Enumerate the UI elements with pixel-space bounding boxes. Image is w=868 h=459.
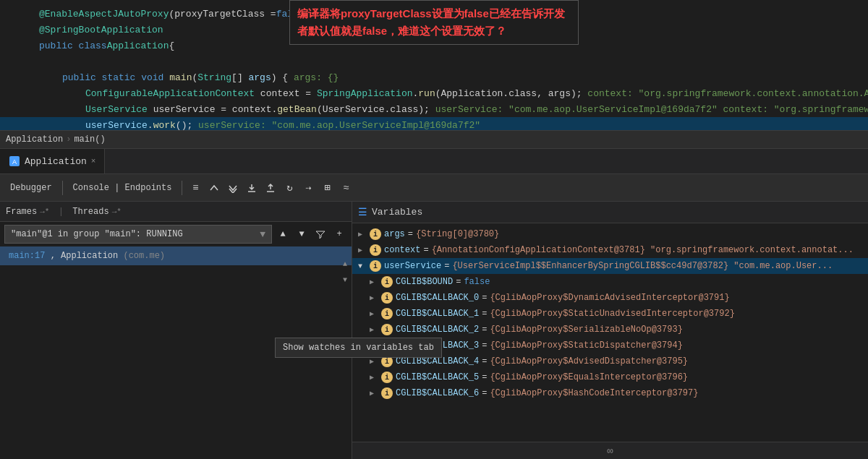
var-row-callback-1[interactable]: ▶ i CGLIB$CALLBACK_1 = {CglibAopProxy$St… <box>352 306 868 322</box>
thread-dropdown[interactable]: "main"@1 in group "main": RUNNING ▼ <box>4 225 272 244</box>
editor-area: @EnableAspectJAutoProxy(proxyTargetClass… <box>0 0 868 130</box>
toolbar-debugger[interactable]: Debugger <box>4 180 58 196</box>
thread-controls: "main"@1 in group "main": RUNNING ▼ ▲ ▼ … <box>0 222 352 246</box>
code-line-context: ConfigurableApplicationContext context =… <box>0 85 868 101</box>
frames-threads-tabs: Frames →* | Threads →* <box>0 202 352 222</box>
nav-up-btn[interactable]: ▲ <box>275 226 291 242</box>
var-row-userservice[interactable]: ▼ i userService = {UserServiceImpl$$Enha… <box>352 258 868 274</box>
stack-frame[interactable]: main:17 , Application (com.me) <box>0 246 352 265</box>
toolbar: Debugger Console | Endpoints ≡ ↻ ⇢ ⊞ ≈ <box>0 174 868 202</box>
var-icon-callback-5: i <box>381 372 393 383</box>
thread-selector-text: "main"@1 in group "main": RUNNING <box>11 229 183 239</box>
expand-arrow-callback-0: ▶ <box>370 293 381 302</box>
expand-arrow-cglib-bound: ▶ <box>370 278 381 286</box>
toolbar-btn-waves[interactable]: ≈ <box>337 179 354 197</box>
bottom-scroll: ∞ <box>352 442 868 459</box>
side-down-btn[interactable]: ▼ <box>338 273 352 287</box>
var-row-callback-0[interactable]: ▶ i CGLIB$CALLBACK_0 = {CglibAopProxy$Dy… <box>352 290 868 306</box>
frames-label: Frames <box>6 207 37 217</box>
tab-close-button[interactable]: × <box>91 157 96 166</box>
toolbar-btn-refresh[interactable]: ↻ <box>281 179 298 197</box>
expand-arrow-userservice: ▼ <box>358 262 370 270</box>
var-icon-callback-1: i <box>381 308 393 319</box>
variables-title: Variables <box>372 207 422 218</box>
toolbar-btn-down[interactable] <box>224 179 242 197</box>
annotation-text: 编译器将proxyTargetClass设置为false已经在告诉开发者默认值就… <box>297 5 571 40</box>
var-icon-context: i <box>370 244 381 256</box>
breadcrumb-bar: Application › main() <box>0 130 868 149</box>
frame-package: (com.me) <box>123 251 165 261</box>
frames-tab[interactable]: Frames →* <box>6 207 49 217</box>
var-icon-cglib-bound: i <box>381 276 393 288</box>
toolbar-console[interactable]: Console | Endpoints <box>67 180 178 196</box>
var-row-cglib-bound[interactable]: ▶ i CGLIB$BOUND = false <box>352 274 868 290</box>
threads-arrow: →* <box>112 207 122 216</box>
toolbar-divider-2 <box>182 181 182 195</box>
toolbar-btn-list[interactable]: ≡ <box>187 179 204 197</box>
left-panel: Frames →* | Threads →* "main"@1 in group… <box>0 202 352 459</box>
variables-icon: ☰ <box>358 206 367 218</box>
tooltip-popup: Show watches in variables tab <box>352 338 442 358</box>
code-line-main: public static void main(String[] args) {… <box>0 69 868 85</box>
toolbar-btn-step[interactable]: ⇢ <box>299 179 317 197</box>
frame-location: main:17 <box>9 251 45 261</box>
expand-arrow-callback-2: ▶ <box>370 325 381 334</box>
expand-arrow-callback-4: ▶ <box>370 357 381 366</box>
toolbar-btn-grid[interactable]: ⊞ <box>318 179 336 197</box>
var-row-callback-6[interactable]: ▶ i CGLIB$CALLBACK_6 = {CglibAopProxy$Ha… <box>352 385 868 401</box>
expand-arrow-callback-5: ▶ <box>370 373 381 382</box>
tab-application-label: Application <box>25 156 87 167</box>
breadcrumb-class: Application <box>6 134 63 145</box>
expand-arrow-context: ▶ <box>358 246 370 254</box>
threads-label: Threads <box>72 207 109 217</box>
nav-filter-btn[interactable] <box>312 226 328 242</box>
var-row-context[interactable]: ▶ i context = {AnnotationConfigApplicati… <box>352 242 868 258</box>
var-icon-callback-2: i <box>381 324 393 335</box>
nav-plus-btn[interactable]: + <box>331 226 347 242</box>
toolbar-btn-up[interactable] <box>205 179 223 197</box>
expand-arrow-callback-1: ▶ <box>370 309 381 318</box>
annotation-box: 编译器将proxyTargetClass设置为false已经在告诉开发者默认值就… <box>289 0 579 45</box>
dropdown-arrow-icon: ▼ <box>260 229 265 240</box>
infinity-icon: ∞ <box>607 445 613 457</box>
var-icon-callback-0: i <box>381 292 393 304</box>
expand-arrow-args: ▶ <box>358 230 370 239</box>
var-row-callback-5[interactable]: ▶ i CGLIB$CALLBACK_5 = {CglibAopProxy$Eq… <box>352 369 868 385</box>
frame-class-name: Application <box>61 251 118 261</box>
toolbar-btn-download[interactable] <box>243 179 260 197</box>
breadcrumb-method: main() <box>74 134 105 145</box>
var-icon-userservice: i <box>370 260 381 272</box>
variables-list: ▶ i args = {String[0]@3780} ▶ i context … <box>352 223 868 442</box>
toolbar-btn-upload[interactable] <box>262 179 279 197</box>
code-line-userservice: UserService userService = context.getBea… <box>0 101 868 117</box>
var-row-args[interactable]: ▶ i args = {String[0]@3780} <box>352 226 868 242</box>
side-up-btn[interactable]: ▲ <box>338 257 352 271</box>
frames-arrow: →* <box>40 207 49 216</box>
var-icon-args: i <box>370 228 381 240</box>
code-line-blank <box>0 53 868 69</box>
svg-text:A: A <box>12 158 17 166</box>
var-icon-callback-6: i <box>381 387 393 399</box>
expand-arrow-callback-6: ▶ <box>370 389 381 398</box>
side-scroll-buttons: ▲ ▼ <box>338 257 352 287</box>
right-panel: ☰ Variables ▶ i args = {String[0]@3780} … <box>352 202 868 459</box>
debugger-main: Frames →* | Threads →* "main"@1 in group… <box>0 202 868 459</box>
var-row-callback-2[interactable]: ▶ i CGLIB$CALLBACK_2 = {CglibAopProxy$Se… <box>352 322 868 338</box>
variables-header: ☰ Variables <box>352 202 868 223</box>
nav-down-btn[interactable]: ▼ <box>294 226 310 242</box>
code-line-work: userService.work(); userService: "com.me… <box>0 117 868 130</box>
tab-application[interactable]: A Application × <box>0 149 105 173</box>
tooltip-text: Show watches in variables tab <box>352 343 434 353</box>
tab-bar: A Application × <box>0 149 868 174</box>
breadcrumb-sep: › <box>66 134 71 145</box>
toolbar-divider-1 <box>62 181 63 195</box>
app-tab-icon: A <box>9 155 20 167</box>
threads-tab[interactable]: Threads →* <box>72 207 122 217</box>
